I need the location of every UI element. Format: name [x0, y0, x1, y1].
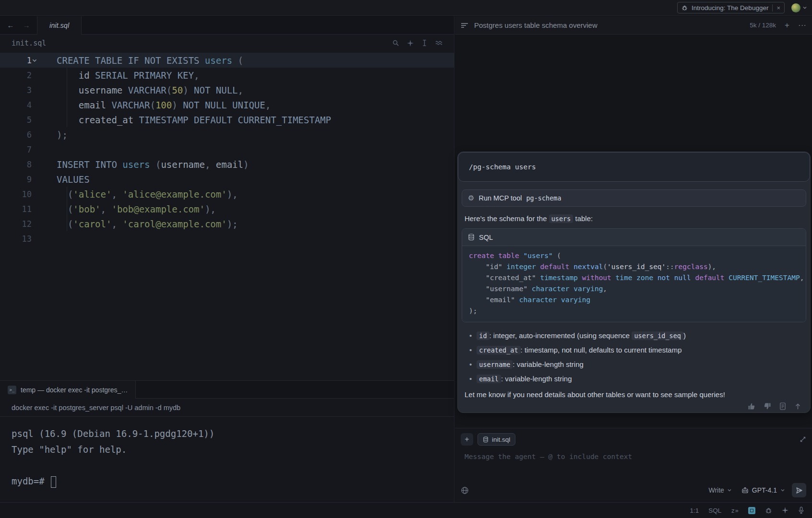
- nav-back-icon[interactable]: ←: [7, 21, 14, 29]
- waves-icon[interactable]: [435, 40, 442, 46]
- sql-line: "username" character varying,: [469, 283, 806, 294]
- thread-menu-icon[interactable]: [461, 23, 468, 28]
- tool-call-card[interactable]: ⚙ Run MCP tool pg-schema: [462, 189, 806, 207]
- message-composer[interactable]: + init.sql Message the agent – @ to incl…: [455, 428, 812, 502]
- sql-code-block: SQL create table "users" ( "id" integer …: [462, 228, 806, 322]
- user-message[interactable]: /pg-schema users: [458, 152, 810, 182]
- edit-prediction-icon[interactable]: z»: [731, 507, 739, 514]
- line-number: 12: [0, 219, 32, 229]
- promo-badge[interactable]: Introducing: The Debugger ×: [677, 2, 785, 13]
- code-line[interactable]: 3 username VARCHAR(50) NOT NULL,: [0, 82, 454, 97]
- promo-label: Introducing: The Debugger: [692, 4, 768, 12]
- schema-bullet-list: •id: integer, auto-incremented (using se…: [469, 329, 803, 386]
- code-line[interactable]: 6);: [0, 127, 454, 142]
- assistant-intro-text: Here’s the schema for the users table:: [465, 214, 803, 223]
- terminal-line: [12, 460, 454, 476]
- nav-forward-icon[interactable]: →: [23, 21, 30, 29]
- new-thread-icon[interactable]: +: [785, 21, 789, 29]
- fold-chevron-icon[interactable]: [32, 58, 46, 63]
- code-line[interactable]: 9VALUES: [0, 172, 454, 187]
- line-number: 10: [0, 189, 32, 199]
- agent-panel: Postgres users table schema overview 5k …: [455, 16, 812, 502]
- expand-composer-icon[interactable]: [800, 436, 806, 443]
- user-menu[interactable]: [791, 3, 807, 12]
- model-icon: [741, 487, 749, 494]
- code-line[interactable]: 2 id SERIAL PRIMARY KEY,: [0, 68, 454, 82]
- more-menu-icon[interactable]: ···: [798, 21, 806, 29]
- terminal-icon: >_: [8, 386, 16, 394]
- context-pill-init-sql[interactable]: init.sql: [478, 433, 515, 446]
- terminal-prompt-line: mydb=#: [12, 476, 454, 492]
- terminal-command[interactable]: docker exec -it postgres_server psql -U …: [12, 404, 180, 412]
- token-usage: 5k / 128k: [750, 22, 776, 29]
- terminal-breadcrumb-bar: docker exec -it postgres_server psql -U …: [0, 399, 454, 417]
- thumbs-up-icon[interactable]: [748, 402, 755, 410]
- agent-panel-header: Postgres users table schema overview 5k …: [455, 16, 812, 35]
- bug-icon: [681, 5, 688, 11]
- terminal-tab[interactable]: >_ temp — docker exec -it postgres_…: [0, 381, 136, 399]
- line-number: 11: [0, 204, 32, 214]
- code-editor[interactable]: 1CREATE TABLE IF NOT EXISTS users (2 id …: [0, 51, 454, 380]
- schema-bullet: •created_at: timestamp, not null, defaul…: [469, 343, 803, 357]
- cursor-position[interactable]: 1:1: [690, 507, 699, 514]
- schema-bullet: •id: integer, auto-incremented (using se…: [469, 329, 803, 343]
- sql-line: create table "users" (: [469, 250, 806, 261]
- mode-selector[interactable]: Write: [708, 486, 731, 494]
- editor-pane: ← → init.sql init.sql: [0, 16, 454, 502]
- assistant-outro-text: Let me know if you need details about ot…: [465, 390, 803, 399]
- code-line[interactable]: 1CREATE TABLE IF NOT EXISTS users (: [0, 53, 454, 68]
- code-line[interactable]: 11 ('bob', 'bob@example.com'),: [0, 201, 454, 216]
- terminal-line: Type "help" for help.: [12, 444, 454, 460]
- avatar: [791, 3, 800, 12]
- terminal-output[interactable]: psql (16.9 (Debian 16.9-1.pgdg120+1))Typ…: [0, 417, 454, 502]
- code-line[interactable]: 8INSERT INTO users (username, email): [0, 157, 454, 172]
- search-icon[interactable]: [392, 39, 399, 47]
- line-number: 13: [0, 234, 32, 244]
- code-block-header[interactable]: SQL: [462, 229, 806, 246]
- terminal-line: psql (16.9 (Debian 16.9-1.pgdg120+1)): [12, 428, 454, 444]
- thumbs-down-icon[interactable]: [764, 402, 771, 410]
- tool-call-name: pg-schema: [526, 194, 561, 202]
- tab-init-sql[interactable]: init.sql: [37, 16, 82, 35]
- breadcrumb[interactable]: init.sql: [12, 39, 46, 47]
- terminal-cursor: [51, 476, 56, 488]
- schema-bullet: •email: variable-length string: [469, 372, 803, 386]
- chevron-down-icon: [802, 5, 807, 10]
- send-button[interactable]: [792, 483, 806, 497]
- code-line[interactable]: 5 created_at TIMESTAMP DEFAULT CURRENT_T…: [0, 112, 454, 127]
- text-cursor-icon[interactable]: [421, 39, 428, 47]
- gear-icon: ⚙: [468, 194, 474, 202]
- copy-markdown-icon[interactable]: [779, 402, 786, 410]
- code-line[interactable]: 13: [0, 231, 454, 246]
- promo-close-icon[interactable]: ×: [772, 4, 780, 12]
- add-context-button[interactable]: +: [461, 433, 473, 446]
- inline-assist-icon[interactable]: [407, 40, 414, 47]
- thread-title: Postgres users table schema overview: [474, 21, 597, 29]
- code-line[interactable]: 7: [0, 142, 454, 157]
- code-block-body: create table "users" ( "id" integer defa…: [462, 246, 806, 322]
- title-bar: Introducing: The Debugger ×: [0, 0, 812, 16]
- sql-line: "email" character varying: [469, 294, 806, 306]
- thread-view: /pg-schema users ⚙ Run MCP tool pg-schem…: [457, 152, 811, 413]
- debugger-icon[interactable]: [765, 507, 772, 514]
- line-number: 2: [0, 71, 32, 80]
- container-status-icon[interactable]: [748, 507, 755, 514]
- status-bar: 1:1 SQL z»: [0, 502, 812, 518]
- scroll-to-top-icon[interactable]: [794, 402, 801, 410]
- language-selector[interactable]: SQL: [708, 507, 721, 514]
- model-selector[interactable]: GPT-4.1: [741, 486, 785, 494]
- line-number: 4: [0, 100, 32, 110]
- code-line[interactable]: 12 ('carol', 'carol@example.com');: [0, 216, 454, 231]
- profile-globe-icon[interactable]: [461, 486, 469, 494]
- feedback-row: [458, 399, 810, 410]
- sparkle-assist-icon[interactable]: [782, 507, 788, 514]
- microphone-icon[interactable]: [798, 506, 804, 514]
- editor-breadcrumb-bar: init.sql: [0, 35, 454, 51]
- composer-placeholder[interactable]: Message the agent – @ to include context: [465, 453, 806, 460]
- code-line[interactable]: 10 ('alice', 'alice@example.com'),: [0, 187, 454, 201]
- tab-label: init.sql: [49, 22, 69, 29]
- code-line[interactable]: 4 email VARCHAR(100) NOT NULL UNIQUE,: [0, 97, 454, 112]
- sql-line: "created_at" timestamp without time zone…: [469, 272, 806, 283]
- sql-line: );: [469, 306, 806, 317]
- code-block-language: SQL: [479, 234, 493, 241]
